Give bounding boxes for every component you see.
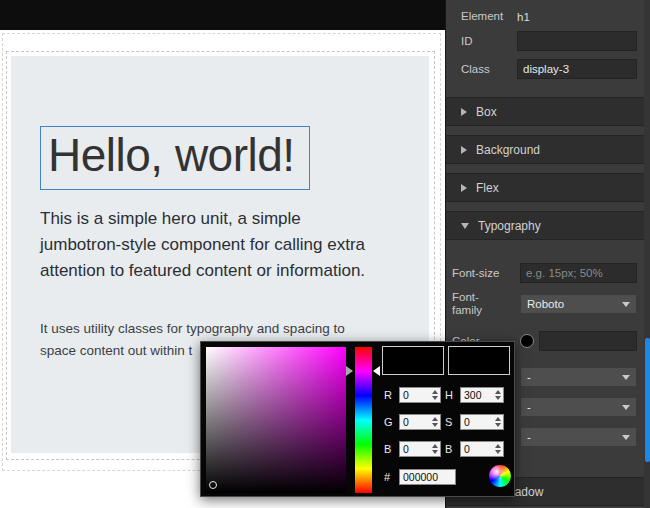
channel-label: B	[445, 443, 456, 455]
font-size-input[interactable]	[520, 263, 637, 283]
panel-scrollbar-thumb[interactable]	[645, 338, 650, 462]
select-value: -	[527, 431, 531, 443]
section-flex[interactable]: Flex	[446, 173, 650, 202]
paragraph-line: jumbotron-style component for calling ex…	[40, 232, 401, 258]
font-family-row: Font-family Roboto	[446, 287, 650, 321]
red-input[interactable]: 0	[399, 387, 441, 403]
channel-label: B	[384, 443, 395, 455]
picker-row-bb: B 0 B 0	[384, 440, 504, 457]
channel-label: G	[384, 416, 395, 428]
color-swatch[interactable]	[520, 334, 534, 348]
chevron-right-icon	[461, 108, 467, 116]
color-preview-current	[382, 346, 444, 375]
section-label: Background	[476, 143, 540, 157]
paragraph-line: This is a simple hero unit, a simple	[40, 206, 401, 232]
section-label: Box	[476, 105, 497, 119]
section-label: Typography	[478, 219, 541, 233]
selected-element-outline: Hello, world!	[40, 126, 310, 190]
stepper-icon[interactable]	[495, 390, 501, 400]
stepper-icon[interactable]	[432, 444, 438, 454]
class-label: Class	[461, 63, 517, 76]
class-row: Class	[446, 55, 650, 83]
element-label: Element	[461, 10, 517, 23]
section-background[interactable]: Background	[446, 135, 650, 164]
channel-label: S	[445, 416, 456, 428]
id-input[interactable]	[517, 31, 637, 51]
stepper-icon[interactable]	[432, 390, 438, 400]
picker-row-hex: # 000000	[384, 468, 456, 485]
channel-label: H	[445, 389, 456, 401]
saturation-brightness-area[interactable]	[206, 347, 346, 493]
color-preview-new	[448, 346, 510, 375]
chevron-down-icon	[461, 223, 469, 229]
saturation-input[interactable]: 0	[460, 414, 504, 430]
stepper-icon[interactable]	[495, 444, 501, 454]
paragraph-line: attention to featured content or informa…	[40, 258, 401, 284]
typography-select-2[interactable]: -	[520, 397, 637, 417]
chevron-down-icon	[622, 405, 630, 410]
font-family-label: Font-family	[452, 291, 508, 317]
color-picker-popup: R 0 H 300 G 0 S 0 B	[200, 341, 515, 497]
hero-heading[interactable]: Hello, world!	[48, 129, 295, 181]
hero-paragraph[interactable]: This is a simple hero unit, a simple jum…	[40, 206, 401, 284]
hue-slider[interactable]	[355, 347, 372, 493]
section-box[interactable]: Box	[446, 97, 650, 126]
font-size-row: Font-size	[446, 259, 650, 287]
typography-select-3[interactable]: -	[520, 427, 637, 447]
color-input[interactable]	[539, 331, 637, 351]
palette-sphere-icon[interactable]	[489, 465, 511, 487]
typography-select-1[interactable]: -	[520, 367, 637, 387]
stepper-icon[interactable]	[432, 417, 438, 427]
id-row: ID	[446, 27, 650, 55]
hex-label: #	[384, 471, 395, 483]
chevron-down-icon	[622, 375, 630, 380]
app-window: Hello, world! This is a simple hero unit…	[0, 0, 650, 508]
hex-input[interactable]: 000000	[399, 469, 456, 485]
canvas-toolbar	[0, 0, 445, 30]
brightness-input[interactable]: 0	[460, 441, 504, 457]
element-row: Element h1	[446, 6, 650, 27]
font-family-value: Roboto	[527, 298, 564, 310]
saturation-cursor[interactable]	[209, 481, 217, 489]
green-input[interactable]: 0	[399, 414, 441, 430]
stepper-icon[interactable]	[495, 417, 501, 427]
section-label: Flex	[476, 181, 499, 195]
font-family-select[interactable]: Roboto	[520, 294, 637, 314]
id-label: ID	[461, 35, 517, 48]
chevron-right-icon	[461, 146, 467, 154]
class-input[interactable]	[517, 59, 637, 79]
blue-input[interactable]: 0	[399, 441, 441, 457]
chevron-down-icon	[622, 435, 630, 440]
chevron-right-icon	[461, 184, 467, 192]
element-value: h1	[517, 11, 530, 23]
section-typography[interactable]: Typography	[446, 211, 650, 240]
chevron-down-icon	[622, 302, 630, 307]
picker-row-rh: R 0 H 300	[384, 386, 504, 403]
picker-row-gs: G 0 S 0	[384, 413, 504, 430]
select-value: -	[527, 371, 531, 383]
hue-marker-left-icon[interactable]	[346, 366, 353, 376]
channel-label: R	[384, 389, 395, 401]
hue-marker-right-icon[interactable]	[373, 366, 380, 376]
paragraph-line: It uses utility classes for typography a…	[40, 318, 401, 340]
select-value: -	[527, 401, 531, 413]
hue-input[interactable]: 300	[460, 387, 504, 403]
font-size-label: Font-size	[452, 267, 508, 280]
